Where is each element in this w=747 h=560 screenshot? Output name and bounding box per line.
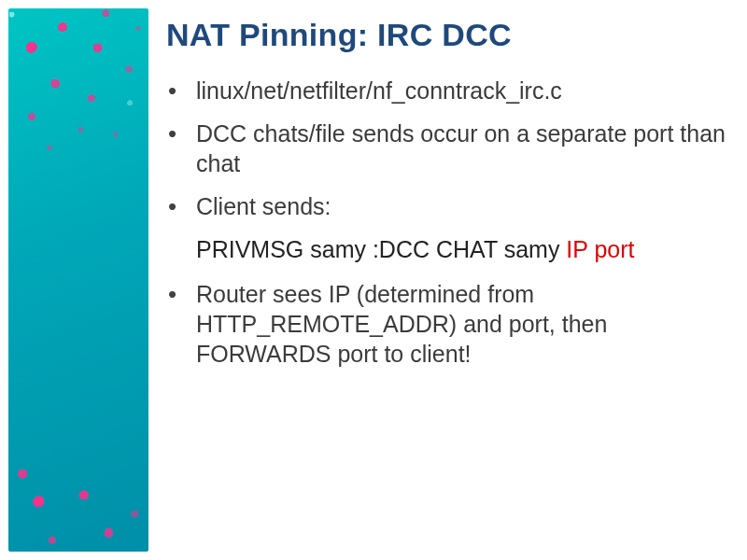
decorative-sidebar [8,8,148,552]
bullet-item: DCC chats/file sends occur on a separate… [192,119,728,178]
bullet-list: linux/net/netfilter/nf_conntrack_irc.c D… [192,76,728,221]
privmsg-line: PRIVMSG samy :DCC CHAT samy IP port [196,234,728,264]
slide-content: NAT Pinning: IRC DCC linux/net/netfilter… [166,17,728,551]
bullet-item: Router sees IP (determined from HTTP_REM… [192,279,728,369]
bullet-item: linux/net/netfilter/nf_conntrack_irc.c [192,76,728,105]
bullet-list: Router sees IP (determined from HTTP_REM… [192,279,728,369]
privmsg-highlight: IP port [566,236,634,262]
bullet-item: Client sends: [192,191,728,221]
privmsg-prefix: PRIVMSG samy :DCC CHAT samy [196,236,566,262]
slide-title: NAT Pinning: IRC DCC [166,17,728,53]
